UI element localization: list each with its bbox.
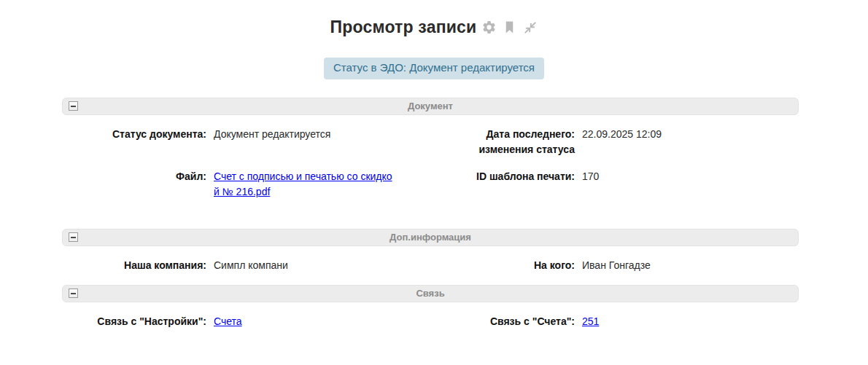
field-last-status-date: Дата последнего: изменения статуса 22.09… bbox=[430, 127, 799, 157]
field-our-company-label: Наша компания: bbox=[62, 258, 206, 273]
section-relations-title: Связь bbox=[63, 288, 798, 299]
section-extra-info: Доп.информация Наша компания: Симпл комп… bbox=[62, 229, 799, 285]
field-accounts-relation: Связь с "Счета": 251 bbox=[430, 314, 799, 329]
section-extra-info-header: Доп.информация bbox=[62, 229, 799, 246]
field-to-whom: На кого: Иван Гонгадзе bbox=[430, 258, 799, 273]
gear-icon[interactable] bbox=[481, 20, 497, 35]
field-settings-relation: Связь с "Настройки": Счета bbox=[62, 314, 430, 329]
field-to-whom-label: На кого: bbox=[430, 258, 575, 273]
field-print-template-id: ID шаблона печати: 170 bbox=[430, 169, 799, 200]
section-relations: Связь Связь с "Настройки": Счета Связь с… bbox=[62, 285, 799, 337]
field-our-company-value: Симпл компани bbox=[214, 258, 288, 273]
field-settings-relation-label: Связь с "Настройки": bbox=[62, 314, 206, 329]
file-link[interactable]: Счет с подписью и печатью со скидкой № 2… bbox=[214, 169, 396, 200]
page-title: Просмотр записи bbox=[330, 17, 477, 37]
field-file: Файл: Счет с подписью и печатью со скидк… bbox=[62, 169, 430, 200]
settings-relation-link[interactable]: Счета bbox=[214, 315, 242, 327]
record-view-content: Документ Статус документа: Документ реда… bbox=[62, 98, 799, 337]
field-doc-status: Статус документа: Документ редактируется bbox=[62, 127, 430, 157]
edo-status-badge: Статус в ЭДО: Документ редактируется bbox=[324, 58, 544, 79]
section-relations-header: Связь bbox=[62, 285, 799, 302]
field-print-template-id-value: 170 bbox=[582, 169, 599, 184]
field-to-whom-value: Иван Гонгадзе bbox=[582, 258, 651, 273]
section-document: Документ Статус документа: Документ реда… bbox=[62, 98, 799, 229]
accounts-relation-link[interactable]: 251 bbox=[582, 315, 599, 327]
section-document-header: Документ bbox=[62, 98, 799, 115]
compress-arrows-icon[interactable] bbox=[522, 20, 538, 35]
page-header: Просмотр записи bbox=[0, 0, 868, 37]
field-print-template-id-label: ID шаблона печати: bbox=[430, 169, 575, 184]
bookmark-icon[interactable] bbox=[502, 20, 517, 35]
minus-square-icon[interactable] bbox=[69, 289, 78, 298]
field-last-status-date-label: Дата последнего: изменения статуса bbox=[430, 127, 575, 157]
field-our-company: Наша компания: Симпл компани bbox=[62, 258, 430, 273]
field-doc-status-label: Статус документа: bbox=[62, 127, 206, 142]
field-doc-status-value: Документ редактируется bbox=[214, 127, 330, 142]
minus-square-icon[interactable] bbox=[69, 232, 78, 242]
minus-square-icon[interactable] bbox=[69, 101, 78, 111]
field-accounts-relation-label: Связь с "Счета": bbox=[430, 314, 575, 329]
field-last-status-date-value: 22.09.2025 12:09 bbox=[582, 127, 662, 142]
section-extra-info-title: Доп.информация bbox=[63, 232, 798, 243]
field-file-label: Файл: bbox=[62, 169, 206, 184]
section-document-title: Документ bbox=[63, 101, 798, 111]
